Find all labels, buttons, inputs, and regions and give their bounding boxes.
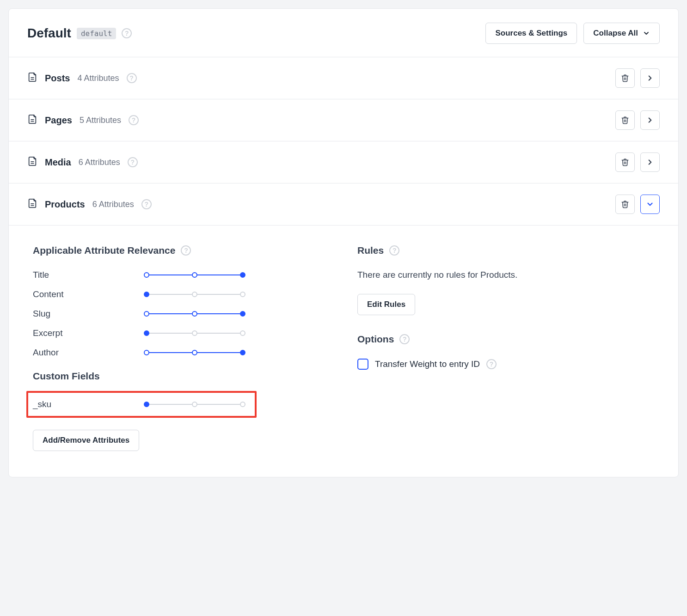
row-title: Pages bbox=[45, 115, 72, 126]
rules-heading-label: Rules bbox=[357, 245, 384, 256]
engine-badge: default bbox=[77, 28, 116, 39]
type-row-pages: Pages5 Attributes? bbox=[9, 99, 678, 141]
relevance-slider[interactable] bbox=[144, 349, 245, 356]
row-left: Pages5 Attributes? bbox=[27, 114, 615, 126]
relevance-slider[interactable] bbox=[144, 291, 245, 298]
expand-button[interactable] bbox=[640, 152, 660, 172]
edit-rules-label: Edit Rules bbox=[367, 300, 405, 309]
slider-stop[interactable] bbox=[144, 402, 149, 407]
slider-stop[interactable] bbox=[240, 292, 245, 297]
delete-button[interactable] bbox=[615, 68, 635, 88]
help-icon[interactable]: ? bbox=[122, 28, 132, 38]
help-icon[interactable]: ? bbox=[399, 334, 410, 344]
attribute-label: Slug bbox=[33, 309, 144, 319]
edit-rules-button[interactable]: Edit Rules bbox=[357, 294, 415, 315]
row-actions bbox=[615, 110, 660, 130]
help-icon[interactable]: ? bbox=[181, 245, 191, 256]
row-meta: 5 Attributes bbox=[80, 116, 121, 125]
rules-empty-text: There are currently no rules for Product… bbox=[357, 270, 654, 280]
help-icon[interactable]: ? bbox=[389, 245, 399, 256]
custom-fields-heading: Custom Fields bbox=[33, 371, 330, 382]
expand-button[interactable] bbox=[640, 110, 660, 130]
header-actions: Sources & Settings Collapse All bbox=[485, 23, 660, 44]
add-remove-attributes-button[interactable]: Add/Remove Attributes bbox=[33, 430, 139, 451]
post-type-icon bbox=[27, 114, 37, 126]
header-left: Default default ? bbox=[27, 26, 485, 41]
slider-stop[interactable] bbox=[192, 272, 197, 278]
sources-settings-label: Sources & Settings bbox=[495, 29, 567, 38]
relevance-slider[interactable] bbox=[144, 329, 245, 337]
slider-stop[interactable] bbox=[192, 402, 197, 407]
relevance-slider[interactable] bbox=[144, 310, 245, 317]
slider-stop[interactable] bbox=[144, 292, 149, 297]
rules-column: Rules ? There are currently no rules for… bbox=[357, 245, 654, 451]
row-title: Posts bbox=[45, 73, 70, 84]
relevance-heading: Applicable Attribute Relevance ? bbox=[33, 245, 330, 256]
page-title: Default bbox=[27, 26, 71, 41]
post-type-icon bbox=[27, 198, 37, 210]
help-icon[interactable]: ? bbox=[486, 359, 497, 369]
delete-button[interactable] bbox=[615, 152, 635, 172]
help-icon[interactable]: ? bbox=[127, 73, 137, 83]
attribute-label: Content bbox=[33, 289, 144, 299]
options-heading: Options ? bbox=[357, 334, 654, 345]
delete-button[interactable] bbox=[615, 110, 635, 130]
attribute-label: Author bbox=[33, 348, 144, 358]
attribute-label: Excerpt bbox=[33, 328, 144, 338]
slider-stop[interactable] bbox=[240, 402, 245, 407]
row-actions bbox=[615, 152, 660, 172]
slider-stop[interactable] bbox=[240, 330, 245, 336]
row-title: Media bbox=[45, 157, 71, 168]
row-left: Products6 Attributes? bbox=[27, 198, 615, 210]
help-icon[interactable]: ? bbox=[141, 199, 152, 209]
slider-stop[interactable] bbox=[240, 311, 245, 317]
relevance-column: Applicable Attribute Relevance ? TitleCo… bbox=[33, 245, 330, 451]
type-row-posts: Posts4 Attributes? bbox=[9, 57, 678, 99]
transfer-weight-checkbox[interactable] bbox=[357, 359, 368, 370]
delete-button[interactable] bbox=[615, 195, 635, 214]
custom-fields-highlight: _sku bbox=[26, 391, 257, 418]
slider-stop[interactable] bbox=[192, 292, 197, 297]
row-meta: 6 Attributes bbox=[92, 200, 134, 209]
post-type-icon bbox=[27, 72, 37, 84]
header: Default default ? Sources & Settings Col… bbox=[9, 9, 678, 57]
chevron-down-icon bbox=[643, 30, 650, 37]
slider-stop[interactable] bbox=[144, 330, 149, 336]
post-type-icon bbox=[27, 156, 37, 168]
options-heading-label: Options bbox=[357, 334, 394, 345]
transfer-weight-option: Transfer Weight to entry ID ? bbox=[357, 359, 654, 370]
attribute-label: _sku bbox=[33, 399, 144, 409]
help-icon[interactable]: ? bbox=[129, 115, 139, 125]
sources-settings-button[interactable]: Sources & Settings bbox=[485, 23, 577, 44]
row-left: Posts4 Attributes? bbox=[27, 72, 615, 84]
rules-heading: Rules ? bbox=[357, 245, 654, 256]
type-row-media: Media6 Attributes? bbox=[9, 141, 678, 183]
relevance-heading-label: Applicable Attribute Relevance bbox=[33, 245, 175, 256]
slider-stop[interactable] bbox=[144, 311, 149, 317]
slider-stop[interactable] bbox=[240, 272, 245, 278]
slider-stop[interactable] bbox=[240, 350, 245, 355]
attribute-row: Title bbox=[33, 270, 330, 280]
relevance-slider[interactable] bbox=[144, 401, 245, 408]
type-row-products: Products6 Attributes? bbox=[9, 183, 678, 226]
attribute-row: _sku bbox=[33, 399, 250, 409]
transfer-weight-label: Transfer Weight to entry ID bbox=[375, 359, 480, 369]
help-icon[interactable]: ? bbox=[128, 157, 138, 167]
slider-stop[interactable] bbox=[192, 330, 197, 336]
row-title: Products bbox=[45, 199, 85, 210]
expand-button[interactable] bbox=[640, 68, 660, 88]
slider-stop[interactable] bbox=[192, 350, 197, 355]
relevance-slider[interactable] bbox=[144, 271, 245, 279]
slider-stop[interactable] bbox=[144, 350, 149, 355]
products-panel: Applicable Attribute Relevance ? TitleCo… bbox=[9, 226, 678, 477]
collapse-all-button[interactable]: Collapse All bbox=[583, 23, 660, 44]
slider-stop[interactable] bbox=[192, 311, 197, 317]
attribute-row: Content bbox=[33, 289, 330, 299]
settings-card: Default default ? Sources & Settings Col… bbox=[8, 8, 679, 477]
expand-button[interactable] bbox=[640, 195, 660, 214]
attribute-row: Author bbox=[33, 348, 330, 358]
attribute-row: Slug bbox=[33, 309, 330, 319]
attribute-row: Excerpt bbox=[33, 328, 330, 338]
custom-fields-list: _sku bbox=[33, 399, 250, 409]
slider-stop[interactable] bbox=[144, 272, 149, 278]
